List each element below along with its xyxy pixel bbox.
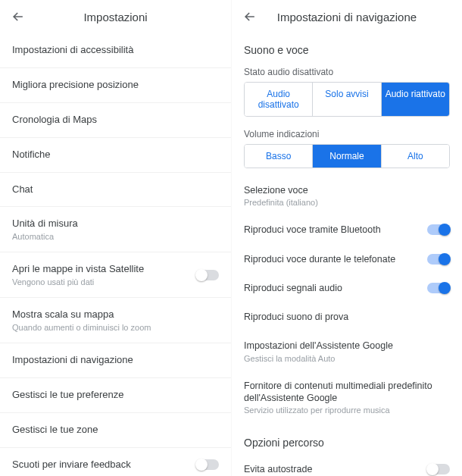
volume-option[interactable]: Normale <box>312 145 380 168</box>
settings-row[interactable]: Scuoti per inviare feedback <box>0 448 231 476</box>
settings-item[interactable]: Selezione vocePredefinita (italiano) <box>232 176 462 215</box>
settings-row[interactable]: Gestisci le tue preferenze <box>0 378 231 413</box>
item-label: Selezione voce <box>244 184 450 196</box>
settings-item[interactable]: Riproduci voce durante le telefonate <box>232 245 462 274</box>
toggle-switch[interactable] <box>196 270 219 280</box>
row-label: Notifiche <box>12 149 219 161</box>
section-sound-voice: Suono e voce <box>232 33 462 62</box>
settings-row[interactable]: Unità di misuraAutomatica <box>0 207 231 252</box>
arrow-left-icon <box>242 9 258 24</box>
arrow-left-icon <box>11 9 26 24</box>
row-label: Unità di misura <box>12 218 219 230</box>
item-sublabel: Servizio utilizzato per riprodurre music… <box>244 406 450 415</box>
settings-item[interactable]: Riproduci voce tramite Bluetooth <box>232 215 462 244</box>
item-label: Riproduci suono di prova <box>244 311 450 323</box>
settings-row[interactable]: Notifiche <box>0 138 231 173</box>
item-label: Impostazioni dell'Assistente Google <box>244 340 450 352</box>
volume-option[interactable]: Basso <box>245 145 312 168</box>
item-label: Riproduci voce durante le telefonate <box>244 253 418 265</box>
route-options-list: Evita autostradeEvita pedaggi <box>232 455 462 476</box>
settings-row[interactable]: Impostazioni di accessibilità <box>0 33 231 68</box>
row-label: Impostazioni di navigazione <box>12 354 219 367</box>
nav-settings-panel: Impostazioni di navigazione Suono e voce… <box>231 0 462 476</box>
page-title: Impostazioni <box>0 11 231 23</box>
volume-segmented: BassoNormaleAlto <box>244 144 450 168</box>
settings-row[interactable]: Impostazioni di navigazione <box>0 343 231 378</box>
row-sublabel: Vengono usati più dati <box>12 277 187 287</box>
settings-row[interactable]: Migliora precisione posizione <box>0 68 231 103</box>
settings-item[interactable]: Fornitore di contenuti multimediali pred… <box>232 371 462 424</box>
mute-option[interactable]: Audio riattivato <box>381 83 449 116</box>
mute-state-label: Stato audio disattivato <box>232 62 462 82</box>
row-label: Gestisci le tue zone <box>12 424 219 437</box>
row-label: Cronologia di Maps <box>12 114 219 127</box>
row-sublabel: Automatica <box>12 232 219 241</box>
page-title: Impostazioni di navigazione <box>232 11 462 23</box>
row-label: Chat <box>12 183 219 196</box>
header: Impostazioni <box>0 0 231 33</box>
item-label: Fornitore di contenuti multimediali pred… <box>244 380 450 405</box>
item-sublabel: Gestisci la modalità Auto <box>244 354 450 363</box>
header: Impostazioni di navigazione <box>232 0 462 33</box>
row-label: Apri le mappe in vista Satellite <box>12 263 187 276</box>
settings-list: Impostazioni di accessibilitàMigliora pr… <box>0 33 231 476</box>
settings-row[interactable]: Mostra scala su mappaQuando aumenti o di… <box>0 298 231 343</box>
settings-row[interactable]: Apri le mappe in vista SatelliteVengono … <box>0 252 231 298</box>
row-label: Migliora precisione posizione <box>12 79 219 92</box>
mute-option[interactable]: Audio disattivato <box>245 83 312 116</box>
row-label: Scuoti per inviare feedback <box>12 459 187 471</box>
mute-state-segmented: Audio disattivatoSolo avvisiAudio riatti… <box>244 82 450 117</box>
settings-item[interactable]: Evita autostrade <box>232 455 462 476</box>
settings-row[interactable]: Gestisci le tue zone <box>0 413 231 448</box>
item-label: Evita autostrade <box>244 463 418 475</box>
row-label: Impostazioni di accessibilità <box>12 44 219 57</box>
row-label: Mostra scala su mappa <box>12 308 219 321</box>
toggle-switch[interactable] <box>196 459 219 470</box>
settings-item[interactable]: Impostazioni dell'Assistente GoogleGesti… <box>232 331 462 371</box>
settings-item[interactable]: Riproduci suono di prova <box>232 302 462 331</box>
toggle-switch[interactable] <box>427 254 450 265</box>
back-button[interactable] <box>9 8 27 26</box>
item-label: Riproduci voce tramite Bluetooth <box>244 224 418 236</box>
toggle-switch[interactable] <box>427 224 450 235</box>
item-sublabel: Predefinita (italiano) <box>244 198 450 207</box>
item-label: Riproduci segnali audio <box>244 282 418 294</box>
toggle-switch[interactable] <box>427 283 450 293</box>
settings-row[interactable]: Chat <box>0 173 231 208</box>
volume-option[interactable]: Alto <box>381 145 449 168</box>
sound-settings-list: Selezione vocePredefinita (italiano)Ripr… <box>232 176 462 423</box>
mute-option[interactable]: Solo avvisi <box>312 83 380 116</box>
row-label: Gestisci le tue preferenze <box>12 389 219 402</box>
toggle-switch[interactable] <box>427 464 450 474</box>
settings-row[interactable]: Cronologia di Maps <box>0 103 231 138</box>
back-button[interactable] <box>241 8 259 26</box>
settings-panel: Impostazioni Impostazioni di accessibili… <box>0 0 231 476</box>
row-sublabel: Quando aumenti o diminuisci lo zoom <box>12 323 219 332</box>
settings-item[interactable]: Riproduci segnali audio <box>232 274 462 302</box>
volume-label: Volume indicazioni <box>232 124 462 144</box>
section-route-options: Opzioni percorso <box>232 423 462 455</box>
